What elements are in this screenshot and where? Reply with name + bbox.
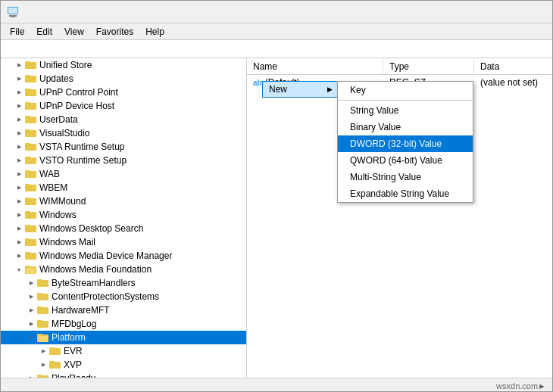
expand-icon[interactable]: ▶ [37,359,49,371]
svg-rect-19 [25,157,30,159]
tree-item[interactable]: ▶ VisualStudio [1,126,246,140]
tree-item[interactable]: ▶ WAB [1,167,246,181]
tree-item-label: Windows Media Device Manager [39,250,172,261]
folder-closed-icon [25,141,37,153]
submenu-divider [338,100,473,101]
tree-item[interactable]: ▶ HardwareMFT [1,303,246,317]
tree-item[interactable]: ▶ XVP [1,358,246,372]
column-data-header: Data [474,58,552,74]
menu-file[interactable]: File [4,25,30,39]
expand-icon[interactable]: ▼ [13,263,25,275]
close-button[interactable] [511,1,546,23]
tree-item-label: Windows Media Foundation [39,264,152,275]
expand-icon[interactable]: ▶ [13,86,25,98]
svg-rect-5 [25,61,30,64]
tree-item[interactable]: ▶ UPnP Device Host [1,99,246,113]
tree-item[interactable]: ▶ WIMMound [1,194,246,208]
tree-item-label: VisualStudio [39,128,90,138]
folder-closed-icon [25,114,37,126]
tree-item[interactable]: ▶ UPnP Control Point [1,86,246,99]
tree-item[interactable]: ▶ Windows [1,208,246,222]
tree-item[interactable]: ▼ Platform [1,331,246,344]
submenu-item[interactable]: Multi-String Value [338,169,473,185]
tree-item[interactable]: ▶ WBEM [1,181,246,194]
folder-closed-icon [25,236,37,248]
svg-rect-13 [25,116,30,118]
expand-icon[interactable]: ▶ [25,318,37,330]
folder-closed-icon [37,277,49,289]
svg-rect-49 [49,347,55,350]
tree-item-label: UPnP Device Host [39,101,114,111]
tree-item-label: Unified Store [39,60,92,70]
maximize-button[interactable] [475,1,510,23]
expand-icon[interactable]: ▶ [13,236,25,248]
expand-icon[interactable]: ▶ [37,345,49,357]
expand-icon[interactable]: ▶ [13,59,25,71]
expand-icon[interactable]: ▶ [25,291,37,303]
expand-icon[interactable]: ▶ [13,182,25,194]
tree-item-label: HardwareMFT [52,305,110,316]
tree-item-label: Updates [39,73,73,84]
tree-item-label: UPnP Control Point [39,87,118,98]
column-type-header: Type [383,58,474,74]
tree-item[interactable]: ▶ VSTA Runtime Setup [1,140,246,154]
menu-edit[interactable]: Edit [30,25,58,39]
folder-closed-icon [37,318,49,330]
submenu-item[interactable]: String Value [338,102,473,119]
main-content: ▶ Unified Store▶ Updates▶ UPnP Control P… [1,58,552,378]
svg-rect-1 [8,8,17,14]
tree-item[interactable]: ▼ Windows Media Foundation [1,263,246,276]
expand-icon[interactable]: ▶ [13,209,25,221]
expand-icon[interactable]: ▶ [25,304,37,316]
svg-rect-9 [25,89,30,91]
tree-item-label: Platform [52,332,86,343]
expand-icon[interactable]: ▶ [25,372,37,378]
expand-icon[interactable]: ▶ [13,168,25,180]
tree-item[interactable]: ▶ VSTO Runtime Setup [1,154,246,167]
submenu-item[interactable]: Key [338,82,473,98]
tree-item[interactable]: ▶ Windows Desktop Search [1,222,246,235]
menu-favorites[interactable]: Favorites [90,25,139,39]
tree-item[interactable]: ▶ Updates [1,72,246,86]
menu-view[interactable]: View [58,25,90,39]
expand-icon[interactable]: ▶ [13,222,25,235]
svg-rect-3 [11,17,15,17]
folder-closed-icon [25,222,37,235]
tree-item[interactable]: ▶ EVR [1,344,246,358]
expand-icon[interactable]: ▶ [13,141,25,153]
submenu-item[interactable]: Binary Value [338,119,473,135]
folder-closed-icon [25,86,37,98]
expand-icon[interactable]: ▼ [25,331,37,344]
tree-pane[interactable]: ▶ Unified Store▶ Updates▶ UPnP Control P… [1,58,247,378]
expand-icon[interactable]: ▶ [13,154,25,166]
folder-closed-icon [25,168,37,180]
submenu-item[interactable]: QWORD (64-bit) Value [338,152,473,169]
expand-icon[interactable]: ▶ [13,195,25,207]
tree-item[interactable]: ▶ PlayReady [1,372,246,378]
svg-rect-15 [25,129,30,132]
tree-item[interactable]: ▶ UserData [1,113,246,126]
expand-icon[interactable]: ▶ [13,114,25,126]
expand-icon[interactable]: ▶ [13,127,25,139]
menu-help[interactable]: Help [139,25,170,39]
expand-icon[interactable]: ▶ [13,250,25,262]
tree-item[interactable]: ▶ MFDbgLog [1,317,246,331]
folder-closed-icon [25,209,37,221]
tree-item[interactable]: ▶ Windows Mail [1,235,246,249]
reg-value-icon: ab [253,79,262,87]
submenu-item[interactable]: DWORD (32-bit) Value [338,135,473,152]
svg-rect-7 [25,75,30,77]
svg-rect-42 [37,306,42,309]
tree-item[interactable]: ▶ Windows Media Device Manager [1,249,246,263]
submenu-item[interactable]: Expandable String Value [338,185,473,202]
expand-icon[interactable]: ▶ [13,100,25,112]
tree-item[interactable]: ▶ ByteStreamHandlers [1,276,246,290]
svg-rect-23 [25,184,30,186]
minimize-button[interactable] [439,1,473,23]
expand-icon[interactable]: ▶ [25,277,37,289]
expand-icon[interactable]: ▶ [13,73,25,85]
context-menu-area: New KeyString ValueBinary ValueDWORD (32… [262,81,338,98]
new-menu-button[interactable]: New [262,81,338,98]
tree-item[interactable]: ▶ Unified Store [1,58,246,72]
tree-item[interactable]: ▶ ContentProtectionSystems [1,290,246,303]
